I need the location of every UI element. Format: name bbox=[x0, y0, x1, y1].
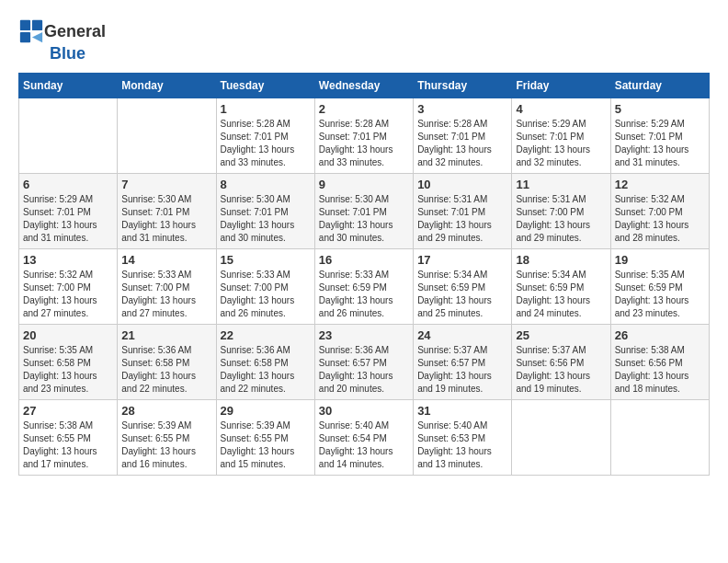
day-number: 28 bbox=[121, 404, 211, 418]
day-number: 6 bbox=[23, 178, 113, 191]
calendar-day-cell: 24Sunrise: 5:37 AMSunset: 6:57 PMDayligh… bbox=[414, 325, 512, 400]
day-info: Sunrise: 5:30 AMSunset: 7:01 PMDaylight:… bbox=[319, 193, 409, 245]
day-number: 10 bbox=[417, 178, 507, 191]
day-number: 29 bbox=[221, 404, 311, 418]
weekday-header-tuesday: Tuesday bbox=[216, 74, 314, 98]
day-number: 18 bbox=[516, 253, 606, 267]
calendar: SundayMondayTuesdayWednesdayThursdayFrid… bbox=[18, 73, 710, 476]
day-info: Sunrise: 5:36 AMSunset: 6:58 PMDaylight:… bbox=[121, 344, 211, 396]
calendar-day-cell: 26Sunrise: 5:38 AMSunset: 6:56 PMDayligh… bbox=[610, 325, 709, 400]
day-info: Sunrise: 5:34 AMSunset: 6:59 PMDaylight:… bbox=[417, 269, 507, 320]
day-info: Sunrise: 5:33 AMSunset: 7:00 PMDaylight:… bbox=[221, 269, 311, 320]
day-number: 4 bbox=[516, 102, 606, 116]
calendar-week-row: 20Sunrise: 5:35 AMSunset: 6:58 PMDayligh… bbox=[19, 325, 710, 400]
weekday-header-friday: Friday bbox=[512, 74, 610, 98]
day-info: Sunrise: 5:29 AMSunset: 7:01 PMDaylight:… bbox=[516, 118, 606, 169]
weekday-header-row: SundayMondayTuesdayWednesdayThursdayFrid… bbox=[19, 74, 710, 98]
day-number: 3 bbox=[417, 102, 507, 116]
calendar-day-cell: 15Sunrise: 5:33 AMSunset: 7:00 PMDayligh… bbox=[216, 249, 314, 325]
logo-blue-text: Blue bbox=[50, 44, 85, 63]
day-info: Sunrise: 5:39 AMSunset: 6:55 PMDaylight:… bbox=[221, 419, 311, 471]
day-number: 13 bbox=[23, 253, 113, 267]
day-number: 30 bbox=[319, 404, 409, 418]
day-number: 14 bbox=[121, 253, 211, 267]
day-number: 22 bbox=[221, 328, 311, 342]
day-number: 8 bbox=[221, 178, 311, 191]
day-number: 9 bbox=[319, 178, 409, 191]
calendar-day-cell: 12Sunrise: 5:32 AMSunset: 7:00 PMDayligh… bbox=[610, 174, 709, 249]
svg-marker-3 bbox=[32, 32, 42, 42]
calendar-day-cell: 14Sunrise: 5:33 AMSunset: 7:00 PMDayligh… bbox=[118, 249, 216, 325]
calendar-day-cell: 25Sunrise: 5:37 AMSunset: 6:56 PMDayligh… bbox=[512, 325, 610, 400]
day-info: Sunrise: 5:30 AMSunset: 7:01 PMDaylight:… bbox=[221, 193, 311, 245]
calendar-day-cell: 4Sunrise: 5:29 AMSunset: 7:01 PMDaylight… bbox=[512, 98, 610, 174]
day-number: 7 bbox=[121, 178, 211, 191]
day-info: Sunrise: 5:35 AMSunset: 6:58 PMDaylight:… bbox=[23, 344, 113, 396]
day-info: Sunrise: 5:32 AMSunset: 7:00 PMDaylight:… bbox=[23, 269, 113, 320]
day-number: 5 bbox=[615, 102, 705, 116]
calendar-day-cell: 31Sunrise: 5:40 AMSunset: 6:53 PMDayligh… bbox=[414, 400, 512, 476]
day-info: Sunrise: 5:38 AMSunset: 6:55 PMDaylight:… bbox=[23, 419, 113, 471]
day-info: Sunrise: 5:31 AMSunset: 7:00 PMDaylight:… bbox=[516, 193, 606, 245]
empty-cell bbox=[610, 400, 709, 476]
header: General Blue bbox=[18, 18, 710, 63]
calendar-day-cell: 8Sunrise: 5:30 AMSunset: 7:01 PMDaylight… bbox=[216, 174, 314, 249]
day-info: Sunrise: 5:33 AMSunset: 6:59 PMDaylight:… bbox=[319, 269, 409, 320]
calendar-day-cell: 23Sunrise: 5:36 AMSunset: 6:57 PMDayligh… bbox=[314, 325, 413, 400]
day-info: Sunrise: 5:28 AMSunset: 7:01 PMDaylight:… bbox=[221, 118, 311, 169]
calendar-day-cell: 1Sunrise: 5:28 AMSunset: 7:01 PMDaylight… bbox=[216, 98, 314, 174]
day-info: Sunrise: 5:38 AMSunset: 6:56 PMDaylight:… bbox=[615, 344, 705, 396]
calendar-day-cell: 20Sunrise: 5:35 AMSunset: 6:58 PMDayligh… bbox=[19, 325, 118, 400]
day-info: Sunrise: 5:34 AMSunset: 6:59 PMDaylight:… bbox=[516, 269, 606, 320]
calendar-day-cell: 5Sunrise: 5:29 AMSunset: 7:01 PMDaylight… bbox=[610, 98, 709, 174]
day-info: Sunrise: 5:37 AMSunset: 6:57 PMDaylight:… bbox=[417, 344, 507, 396]
day-info: Sunrise: 5:28 AMSunset: 7:01 PMDaylight:… bbox=[319, 118, 409, 169]
svg-rect-2 bbox=[20, 32, 30, 42]
day-info: Sunrise: 5:33 AMSunset: 7:00 PMDaylight:… bbox=[121, 269, 211, 320]
calendar-day-cell: 3Sunrise: 5:28 AMSunset: 7:01 PMDaylight… bbox=[414, 98, 512, 174]
calendar-day-cell: 7Sunrise: 5:30 AMSunset: 7:01 PMDaylight… bbox=[118, 174, 216, 249]
day-number: 23 bbox=[319, 328, 409, 342]
day-number: 27 bbox=[23, 404, 113, 418]
empty-cell bbox=[512, 400, 610, 476]
day-info: Sunrise: 5:29 AMSunset: 7:01 PMDaylight:… bbox=[23, 193, 113, 245]
empty-cell bbox=[19, 98, 118, 174]
calendar-day-cell: 2Sunrise: 5:28 AMSunset: 7:01 PMDaylight… bbox=[314, 98, 413, 174]
day-info: Sunrise: 5:36 AMSunset: 6:57 PMDaylight:… bbox=[319, 344, 409, 396]
day-number: 16 bbox=[319, 253, 409, 267]
day-number: 2 bbox=[319, 102, 409, 116]
day-number: 25 bbox=[516, 328, 606, 342]
day-number: 12 bbox=[615, 178, 705, 191]
logo-general-text: General bbox=[44, 22, 106, 41]
weekday-header-thursday: Thursday bbox=[414, 74, 512, 98]
day-number: 1 bbox=[221, 102, 311, 116]
empty-cell bbox=[118, 98, 216, 174]
weekday-header-saturday: Saturday bbox=[610, 74, 709, 98]
calendar-day-cell: 6Sunrise: 5:29 AMSunset: 7:01 PMDaylight… bbox=[19, 174, 118, 249]
calendar-week-row: 6Sunrise: 5:29 AMSunset: 7:01 PMDaylight… bbox=[19, 174, 710, 249]
calendar-day-cell: 9Sunrise: 5:30 AMSunset: 7:01 PMDaylight… bbox=[314, 174, 413, 249]
day-number: 11 bbox=[516, 178, 606, 191]
weekday-header-wednesday: Wednesday bbox=[314, 74, 413, 98]
day-info: Sunrise: 5:32 AMSunset: 7:00 PMDaylight:… bbox=[615, 193, 705, 245]
calendar-day-cell: 28Sunrise: 5:39 AMSunset: 6:55 PMDayligh… bbox=[118, 400, 216, 476]
calendar-day-cell: 22Sunrise: 5:36 AMSunset: 6:58 PMDayligh… bbox=[216, 325, 314, 400]
svg-rect-1 bbox=[32, 20, 42, 30]
day-number: 15 bbox=[221, 253, 311, 267]
day-info: Sunrise: 5:39 AMSunset: 6:55 PMDaylight:… bbox=[121, 419, 211, 471]
day-info: Sunrise: 5:31 AMSunset: 7:01 PMDaylight:… bbox=[417, 193, 507, 245]
day-info: Sunrise: 5:40 AMSunset: 6:54 PMDaylight:… bbox=[319, 419, 409, 471]
calendar-day-cell: 13Sunrise: 5:32 AMSunset: 7:00 PMDayligh… bbox=[19, 249, 118, 325]
weekday-header-monday: Monday bbox=[118, 74, 216, 98]
day-number: 19 bbox=[615, 253, 705, 267]
weekday-header-sunday: Sunday bbox=[19, 74, 118, 98]
day-info: Sunrise: 5:35 AMSunset: 6:59 PMDaylight:… bbox=[615, 269, 705, 320]
calendar-week-row: 13Sunrise: 5:32 AMSunset: 7:00 PMDayligh… bbox=[19, 249, 710, 325]
svg-rect-0 bbox=[20, 20, 30, 30]
calendar-day-cell: 16Sunrise: 5:33 AMSunset: 6:59 PMDayligh… bbox=[314, 249, 413, 325]
logo: General Blue bbox=[18, 18, 106, 63]
calendar-day-cell: 27Sunrise: 5:38 AMSunset: 6:55 PMDayligh… bbox=[19, 400, 118, 476]
calendar-day-cell: 29Sunrise: 5:39 AMSunset: 6:55 PMDayligh… bbox=[216, 400, 314, 476]
calendar-day-cell: 11Sunrise: 5:31 AMSunset: 7:00 PMDayligh… bbox=[512, 174, 610, 249]
day-info: Sunrise: 5:28 AMSunset: 7:01 PMDaylight:… bbox=[417, 118, 507, 169]
